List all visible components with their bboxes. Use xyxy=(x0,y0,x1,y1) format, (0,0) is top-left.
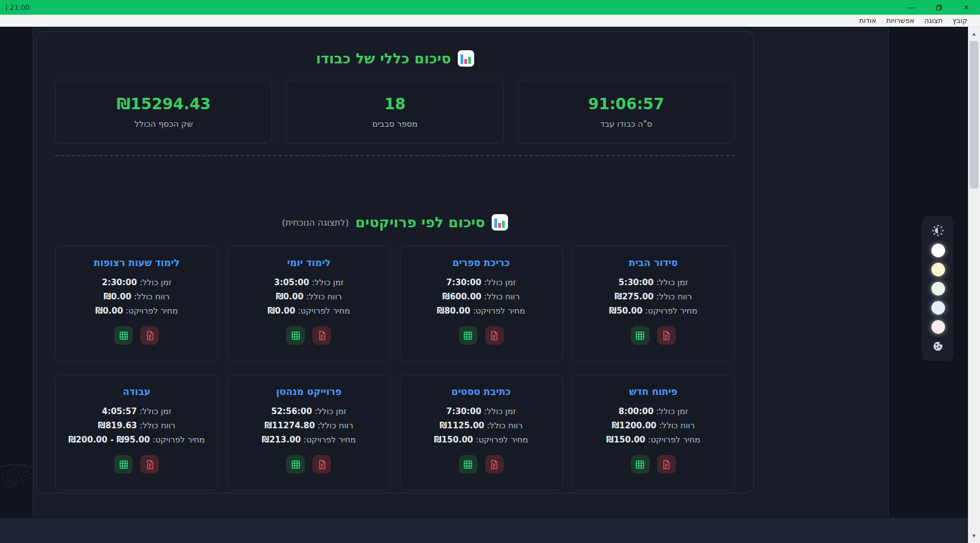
menu-item-view[interactable]: תצוגה xyxy=(919,16,948,25)
table-button[interactable] xyxy=(631,455,650,474)
project-total-time: זמן כולל: 5:30:00 xyxy=(618,275,688,290)
table-button[interactable] xyxy=(459,455,477,474)
window-title: | 21:00 xyxy=(0,3,29,11)
grid-icon xyxy=(463,459,473,470)
table-button[interactable] xyxy=(286,326,305,345)
projects-summary-title: סיכום לפי פרויקטים (לתצוגה הנוכחית) xyxy=(55,212,735,233)
grid-icon xyxy=(119,459,129,470)
project-total-profit: רווח כולל: ₪0.00 xyxy=(104,290,170,304)
report-button[interactable] xyxy=(657,455,676,474)
stat-card: 91:06:57 ס"ה כבודו עבד xyxy=(518,80,735,144)
project-total-time: זמן כולל: 7:30:00 xyxy=(446,275,516,290)
stat-label: שק הכסף הכולל xyxy=(134,119,193,129)
menu-item-options[interactable]: אפשרויות xyxy=(881,16,919,25)
bar-chart-icon xyxy=(458,50,474,67)
stat-label: ס"ה כבודו עבד xyxy=(600,119,652,129)
grid-icon xyxy=(635,330,645,341)
general-summary-heading: סיכום כללי של כבודו xyxy=(316,50,451,67)
project-total-time: זמן כולל: 52:56:00 xyxy=(271,404,347,418)
menu-item-about[interactable]: אודות xyxy=(854,16,881,25)
grid-icon xyxy=(291,330,301,341)
table-button[interactable] xyxy=(286,455,305,474)
table-button[interactable] xyxy=(114,326,133,345)
scroll-up-icon[interactable]: ▲ xyxy=(968,28,980,40)
project-total-profit: רווח כולל: ₪275.00 xyxy=(615,290,692,304)
project-actions xyxy=(114,455,159,474)
stat-value: 18 xyxy=(385,95,406,113)
report-button[interactable] xyxy=(485,326,504,345)
project-actions xyxy=(459,326,504,345)
report-button[interactable] xyxy=(140,455,159,474)
project-price: מחיר לפרויקט: ₪150.00 xyxy=(606,433,700,447)
project-actions xyxy=(631,326,676,345)
minimize-button[interactable]: — xyxy=(898,0,925,15)
document-icon xyxy=(489,330,499,341)
summary-panel: סיכום כללי של כבודו 91:06:57 ס"ה כבודו ע… xyxy=(36,31,754,493)
report-button[interactable] xyxy=(140,326,159,345)
project-price: מחיר לפרויקט: ₪80.00 xyxy=(437,304,526,318)
project-price: מחיר לפרויקט: ₪0.00 xyxy=(96,304,178,318)
project-total-time: זמן כולל: 3:05:00 xyxy=(274,275,344,290)
restore-button[interactable] xyxy=(925,0,953,15)
project-total-time: זמן כולל: 4:05:57 xyxy=(102,404,171,418)
report-button[interactable] xyxy=(312,326,331,345)
theme-swatch-button-3[interactable] xyxy=(931,282,945,296)
brightness-button[interactable] xyxy=(930,223,946,238)
report-button[interactable] xyxy=(657,326,676,345)
project-price: מחיר לפרויקט: ₪95.00 - ₪200.00 xyxy=(68,433,205,447)
close-icon: × xyxy=(964,2,969,13)
project-card: כתיבת טסטים זמן כולל: 7:30:00 רווח כולל:… xyxy=(400,375,563,491)
scrollbar-thumb[interactable] xyxy=(970,41,978,188)
theme-swatch-button-4[interactable] xyxy=(931,301,945,315)
close-button[interactable]: × xyxy=(953,0,980,15)
project-price: מחיר לפרויקט: ₪213.00 xyxy=(262,433,356,447)
window-controls: — × xyxy=(898,0,980,15)
theme-swatch-button-2[interactable] xyxy=(931,263,945,276)
project-total-profit: רווח כולל: ₪11274.80 xyxy=(264,418,353,433)
theme-swatch-button-1[interactable] xyxy=(931,244,945,257)
stat-label: מספר סבבים xyxy=(373,119,418,129)
menu-item-file[interactable]: קובץ xyxy=(948,16,972,25)
project-total-time: זמן כולל: 2:30:00 xyxy=(102,275,171,290)
document-icon xyxy=(145,330,155,341)
table-button[interactable] xyxy=(459,326,477,345)
project-card: סידור הבית זמן כולל: 5:30:00 רווח כולל: … xyxy=(572,246,735,362)
theme-toolbar xyxy=(922,216,954,361)
project-actions xyxy=(286,326,331,345)
project-card: לימוד יומי זמן כולל: 3:05:00 רווח כולל: … xyxy=(227,246,390,362)
project-card: כריכת ספרים זמן כולל: 7:30:00 רווח כולל:… xyxy=(400,246,563,362)
project-actions xyxy=(459,455,504,474)
project-price: מחיר לפרויקט: ₪50.00 xyxy=(609,304,698,318)
document-icon xyxy=(317,459,327,470)
project-total-profit: רווח כולל: ₪819.63 xyxy=(98,418,175,433)
main-area: EE סיכום כללי של כבודו 91:06:57 ס"ה כבוד… xyxy=(0,27,980,543)
grid-icon xyxy=(291,459,301,470)
document-icon xyxy=(145,459,155,470)
project-title: פיתוח חדש xyxy=(629,386,677,397)
report-button[interactable] xyxy=(312,455,331,474)
table-button[interactable] xyxy=(114,455,133,474)
stats-row: 91:06:57 ס"ה כבודו עבד 18 מספר סבבים ₪15… xyxy=(55,80,735,144)
scrollbar[interactable]: ▲ ▼ xyxy=(968,27,980,543)
minimize-icon: — xyxy=(908,3,916,11)
scroll-down-icon[interactable]: ▼ xyxy=(968,530,980,542)
document-icon xyxy=(661,459,671,470)
project-title: פרוייקט מנהטן xyxy=(276,386,342,397)
project-total-profit: רווח כולל: ₪600.00 xyxy=(442,290,520,304)
report-button[interactable] xyxy=(485,455,504,474)
cookie-icon xyxy=(932,340,944,352)
project-price: מחיר לפרויקט: ₪0.00 xyxy=(268,304,350,318)
theme-swatch-button-5[interactable] xyxy=(931,320,945,334)
document-icon xyxy=(661,330,671,341)
project-title: סידור הבית xyxy=(629,257,678,268)
project-title: עבודה xyxy=(123,386,151,397)
grid-icon xyxy=(635,459,645,470)
cookie-button[interactable] xyxy=(931,339,945,353)
restore-icon xyxy=(936,4,942,11)
project-title: לימוד שעות רצופות xyxy=(94,257,180,268)
divider xyxy=(55,155,735,156)
stat-value: ₪15294.43 xyxy=(117,95,211,113)
table-button[interactable] xyxy=(631,326,650,345)
projects-summary-subtitle: (לתצוגה הנוכחית) xyxy=(282,217,349,228)
project-actions xyxy=(631,455,676,474)
